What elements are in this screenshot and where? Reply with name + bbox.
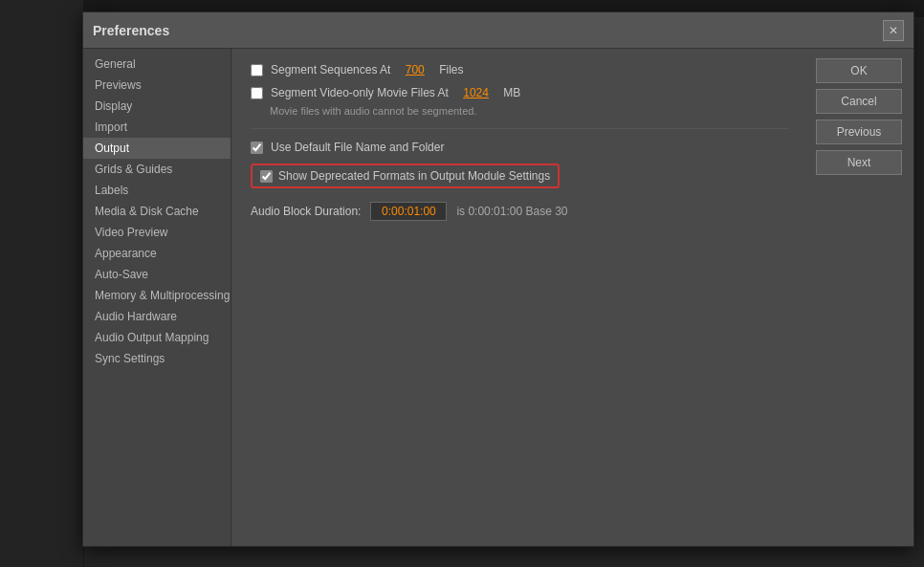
- sidebar-item-auto-save[interactable]: Auto-Save: [83, 264, 231, 285]
- segment-video-number: 1024: [463, 86, 489, 99]
- audio-block-info: is 0:00:01:00 Base 30: [456, 205, 567, 218]
- cancel-button[interactable]: Cancel: [816, 89, 902, 114]
- sidebar-item-memory[interactable]: Memory & Multiprocessing: [83, 285, 231, 306]
- preferences-dialog: Preferences ✕ General Previews Display I…: [82, 11, 914, 547]
- sidebar-item-labels[interactable]: Labels: [83, 180, 231, 201]
- audio-block-input[interactable]: [370, 202, 447, 221]
- segment-video-label: Segment Video-only Movie Files At 1024 M…: [271, 86, 520, 99]
- sidebar-item-previews[interactable]: Previews: [83, 75, 231, 96]
- sidebar-item-import[interactable]: Import: [83, 117, 231, 138]
- ok-button[interactable]: OK: [816, 58, 902, 83]
- sidebar-item-general[interactable]: General: [83, 54, 231, 75]
- main-content: Segment Sequences At 700 Files Segment V…: [231, 49, 808, 546]
- sidebar-nav: General Previews Display Import Output G…: [83, 49, 231, 546]
- sidebar-item-video-preview[interactable]: Video Preview: [83, 222, 231, 243]
- close-button[interactable]: ✕: [883, 20, 904, 41]
- sidebar-item-appearance[interactable]: Appearance: [83, 243, 231, 264]
- segment-sequences-row: Segment Sequences At 700 Files: [251, 63, 789, 76]
- dialog-title: Preferences: [93, 23, 169, 38]
- audio-block-row: Audio Block Duration: is 0:00:01:00 Base…: [251, 202, 789, 221]
- segment-note: Movie files with audio cannot be segment…: [270, 105, 789, 117]
- show-deprecated-checkbox[interactable]: [260, 170, 273, 183]
- sidebar-item-audio-output-mapping[interactable]: Audio Output Mapping: [83, 327, 231, 348]
- segment-sequences-checkbox[interactable]: [251, 64, 263, 76]
- sidebar-item-grids[interactable]: Grids & Guides: [83, 159, 231, 180]
- segment-video-row: Segment Video-only Movie Files At 1024 M…: [251, 86, 789, 99]
- segment-sequences-label: Segment Sequences At 700 Files: [271, 63, 463, 76]
- show-deprecated-label: Show Deprecated Formats in Output Module…: [278, 169, 550, 183]
- use-default-row: Use Default File Name and Folder: [251, 141, 789, 154]
- sidebar-item-output[interactable]: Output: [83, 138, 231, 159]
- dialog-titlebar: Preferences ✕: [83, 12, 913, 49]
- sidebar-item-sync-settings[interactable]: Sync Settings: [83, 348, 231, 369]
- sidebar-item-audio-hardware[interactable]: Audio Hardware: [83, 306, 231, 327]
- sidebar-item-media-disk-cache[interactable]: Media & Disk Cache: [83, 201, 231, 222]
- use-default-label: Use Default File Name and Folder: [271, 141, 444, 154]
- show-deprecated-row: Show Deprecated Formats in Output Module…: [251, 164, 789, 188]
- sidebar-item-display[interactable]: Display: [83, 96, 231, 117]
- show-deprecated-highlighted: Show Deprecated Formats in Output Module…: [251, 164, 560, 188]
- dialog-body: General Previews Display Import Output G…: [83, 49, 913, 546]
- previous-button[interactable]: Previous: [816, 120, 902, 144]
- segment-sequences-number: 700: [406, 63, 425, 76]
- segment-video-checkbox[interactable]: [251, 87, 263, 99]
- divider-1: [251, 128, 789, 129]
- right-buttons-panel: OK Cancel Previous Next: [808, 49, 913, 546]
- next-button[interactable]: Next: [816, 150, 902, 175]
- audio-block-label: Audio Block Duration:: [251, 205, 361, 218]
- use-default-checkbox[interactable]: [251, 142, 263, 154]
